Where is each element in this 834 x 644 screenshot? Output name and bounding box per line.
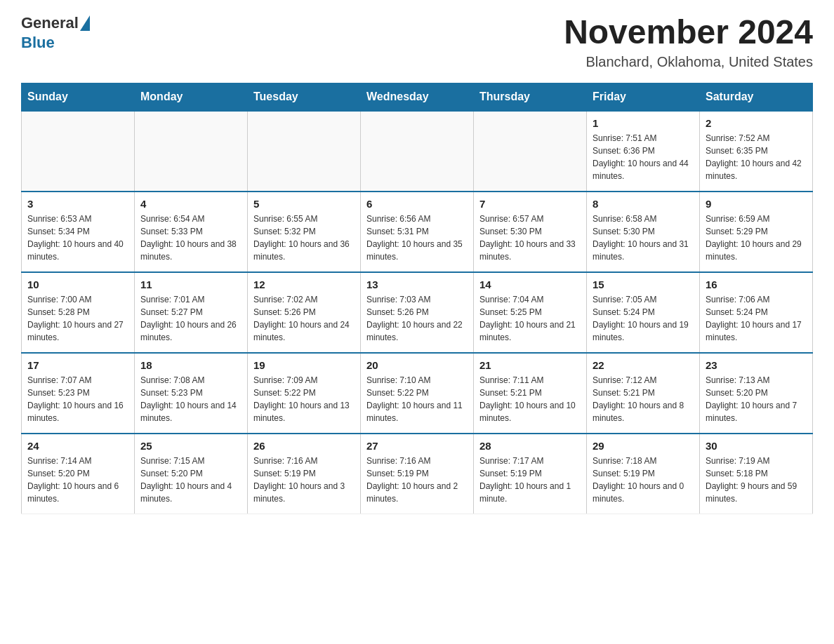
weekday-header-saturday: Saturday xyxy=(700,83,813,111)
day-number: 11 xyxy=(140,279,241,290)
calendar-cell xyxy=(22,111,135,192)
calendar-cell: 30Sunrise: 7:19 AM Sunset: 5:18 PM Dayli… xyxy=(700,434,813,514)
day-info: Sunrise: 7:00 AM Sunset: 5:28 PM Dayligh… xyxy=(27,293,128,344)
day-info: Sunrise: 7:06 AM Sunset: 5:24 PM Dayligh… xyxy=(706,293,807,344)
day-info: Sunrise: 7:17 AM Sunset: 5:19 PM Dayligh… xyxy=(479,455,581,505)
calendar-title: November 2024 xyxy=(564,14,813,51)
weekday-header-row: SundayMondayTuesdayWednesdayThursdayFrid… xyxy=(22,83,813,111)
calendar-cell: 15Sunrise: 7:05 AM Sunset: 5:24 PM Dayli… xyxy=(587,272,700,353)
day-number: 16 xyxy=(706,279,807,290)
day-number: 6 xyxy=(366,198,468,210)
day-number: 10 xyxy=(27,279,128,290)
day-info: Sunrise: 6:56 AM Sunset: 5:31 PM Dayligh… xyxy=(366,213,468,263)
day-number: 18 xyxy=(140,359,241,371)
calendar-cell xyxy=(474,111,587,192)
calendar-subtitle: Blanchard, Oklahoma, United States xyxy=(564,54,813,70)
day-info: Sunrise: 7:10 AM Sunset: 5:22 PM Dayligh… xyxy=(366,374,468,424)
calendar-cell: 1Sunrise: 7:51 AM Sunset: 6:36 PM Daylig… xyxy=(587,111,700,192)
calendar-week-row: 24Sunrise: 7:14 AM Sunset: 5:20 PM Dayli… xyxy=(22,434,813,514)
calendar-cell: 26Sunrise: 7:16 AM Sunset: 5:19 PM Dayli… xyxy=(248,434,361,514)
day-number: 15 xyxy=(593,279,694,290)
day-info: Sunrise: 6:55 AM Sunset: 5:32 PM Dayligh… xyxy=(253,213,355,263)
day-info: Sunrise: 6:59 AM Sunset: 5:29 PM Dayligh… xyxy=(706,213,807,263)
day-info: Sunrise: 6:58 AM Sunset: 5:30 PM Dayligh… xyxy=(593,213,694,263)
calendar-cell xyxy=(248,111,361,192)
calendar-cell: 25Sunrise: 7:15 AM Sunset: 5:20 PM Dayli… xyxy=(135,434,248,514)
day-number: 9 xyxy=(706,198,807,210)
day-info: Sunrise: 7:05 AM Sunset: 5:24 PM Dayligh… xyxy=(593,293,694,344)
day-info: Sunrise: 7:12 AM Sunset: 5:21 PM Dayligh… xyxy=(593,374,694,424)
calendar-week-row: 1Sunrise: 7:51 AM Sunset: 6:36 PM Daylig… xyxy=(22,111,813,192)
calendar-cell: 23Sunrise: 7:13 AM Sunset: 5:20 PM Dayli… xyxy=(700,353,813,434)
calendar-week-row: 17Sunrise: 7:07 AM Sunset: 5:23 PM Dayli… xyxy=(22,353,813,434)
calendar-cell: 4Sunrise: 6:54 AM Sunset: 5:33 PM Daylig… xyxy=(135,192,248,272)
logo-blue-label: Blue xyxy=(21,34,55,52)
calendar-title-area: November 2024 Blanchard, Oklahoma, Unite… xyxy=(564,14,813,70)
weekday-header-friday: Friday xyxy=(587,83,700,111)
day-number: 26 xyxy=(253,440,355,452)
calendar-cell: 13Sunrise: 7:03 AM Sunset: 5:26 PM Dayli… xyxy=(361,272,474,353)
calendar-cell: 28Sunrise: 7:17 AM Sunset: 5:19 PM Dayli… xyxy=(474,434,587,514)
logo-general-label: General xyxy=(21,14,79,32)
calendar-table: SundayMondayTuesdayWednesdayThursdayFrid… xyxy=(21,83,813,514)
logo: General Blue xyxy=(21,14,91,52)
day-number: 4 xyxy=(140,198,241,210)
day-info: Sunrise: 7:07 AM Sunset: 5:23 PM Dayligh… xyxy=(27,374,128,424)
day-number: 5 xyxy=(253,198,355,210)
calendar-cell: 6Sunrise: 6:56 AM Sunset: 5:31 PM Daylig… xyxy=(361,192,474,272)
calendar-cell: 17Sunrise: 7:07 AM Sunset: 5:23 PM Dayli… xyxy=(22,353,135,434)
day-number: 25 xyxy=(140,440,241,452)
day-info: Sunrise: 6:54 AM Sunset: 5:33 PM Dayligh… xyxy=(140,213,241,263)
day-number: 29 xyxy=(593,440,694,452)
day-number: 28 xyxy=(479,440,581,452)
calendar-cell: 19Sunrise: 7:09 AM Sunset: 5:22 PM Dayli… xyxy=(248,353,361,434)
calendar-cell: 8Sunrise: 6:58 AM Sunset: 5:30 PM Daylig… xyxy=(587,192,700,272)
calendar-cell: 16Sunrise: 7:06 AM Sunset: 5:24 PM Dayli… xyxy=(700,272,813,353)
calendar-cell: 21Sunrise: 7:11 AM Sunset: 5:21 PM Dayli… xyxy=(474,353,587,434)
day-number: 14 xyxy=(479,279,581,290)
day-number: 8 xyxy=(593,198,694,210)
day-info: Sunrise: 6:53 AM Sunset: 5:34 PM Dayligh… xyxy=(27,213,128,263)
day-number: 24 xyxy=(27,440,128,452)
day-number: 13 xyxy=(366,279,468,290)
day-info: Sunrise: 7:51 AM Sunset: 6:36 PM Dayligh… xyxy=(593,132,694,182)
day-number: 22 xyxy=(593,359,694,371)
calendar-cell: 27Sunrise: 7:16 AM Sunset: 5:19 PM Dayli… xyxy=(361,434,474,514)
day-number: 2 xyxy=(706,117,807,129)
logo-triangle-icon xyxy=(80,15,90,31)
weekday-header-sunday: Sunday xyxy=(22,83,135,111)
calendar-cell: 11Sunrise: 7:01 AM Sunset: 5:27 PM Dayli… xyxy=(135,272,248,353)
calendar-cell: 22Sunrise: 7:12 AM Sunset: 5:21 PM Dayli… xyxy=(587,353,700,434)
calendar-cell: 7Sunrise: 6:57 AM Sunset: 5:30 PM Daylig… xyxy=(474,192,587,272)
day-info: Sunrise: 7:52 AM Sunset: 6:35 PM Dayligh… xyxy=(706,132,807,182)
day-number: 21 xyxy=(479,359,581,371)
calendar-cell: 20Sunrise: 7:10 AM Sunset: 5:22 PM Dayli… xyxy=(361,353,474,434)
day-number: 7 xyxy=(479,198,581,210)
calendar-cell xyxy=(135,111,248,192)
day-number: 19 xyxy=(253,359,355,371)
day-info: Sunrise: 7:16 AM Sunset: 5:19 PM Dayligh… xyxy=(253,455,355,505)
day-info: Sunrise: 7:11 AM Sunset: 5:21 PM Dayligh… xyxy=(479,374,581,424)
day-number: 30 xyxy=(706,440,807,452)
day-info: Sunrise: 7:01 AM Sunset: 5:27 PM Dayligh… xyxy=(140,293,241,344)
page-header: General Blue November 2024 Blanchard, Ok… xyxy=(21,14,813,70)
day-number: 23 xyxy=(706,359,807,371)
calendar-cell: 14Sunrise: 7:04 AM Sunset: 5:25 PM Dayli… xyxy=(474,272,587,353)
weekday-header-thursday: Thursday xyxy=(474,83,587,111)
day-number: 27 xyxy=(366,440,468,452)
day-number: 1 xyxy=(593,117,694,129)
day-info: Sunrise: 7:08 AM Sunset: 5:23 PM Dayligh… xyxy=(140,374,241,424)
calendar-cell: 29Sunrise: 7:18 AM Sunset: 5:19 PM Dayli… xyxy=(587,434,700,514)
day-info: Sunrise: 7:16 AM Sunset: 5:19 PM Dayligh… xyxy=(366,455,468,505)
calendar-cell: 3Sunrise: 6:53 AM Sunset: 5:34 PM Daylig… xyxy=(22,192,135,272)
calendar-cell xyxy=(361,111,474,192)
day-number: 12 xyxy=(253,279,355,290)
calendar-cell: 12Sunrise: 7:02 AM Sunset: 5:26 PM Dayli… xyxy=(248,272,361,353)
calendar-cell: 24Sunrise: 7:14 AM Sunset: 5:20 PM Dayli… xyxy=(22,434,135,514)
day-info: Sunrise: 7:15 AM Sunset: 5:20 PM Dayligh… xyxy=(140,455,241,505)
day-info: Sunrise: 7:18 AM Sunset: 5:19 PM Dayligh… xyxy=(593,455,694,505)
day-number: 3 xyxy=(27,198,128,210)
day-info: Sunrise: 7:19 AM Sunset: 5:18 PM Dayligh… xyxy=(706,455,807,505)
weekday-header-tuesday: Tuesday xyxy=(248,83,361,111)
calendar-cell: 18Sunrise: 7:08 AM Sunset: 5:23 PM Dayli… xyxy=(135,353,248,434)
